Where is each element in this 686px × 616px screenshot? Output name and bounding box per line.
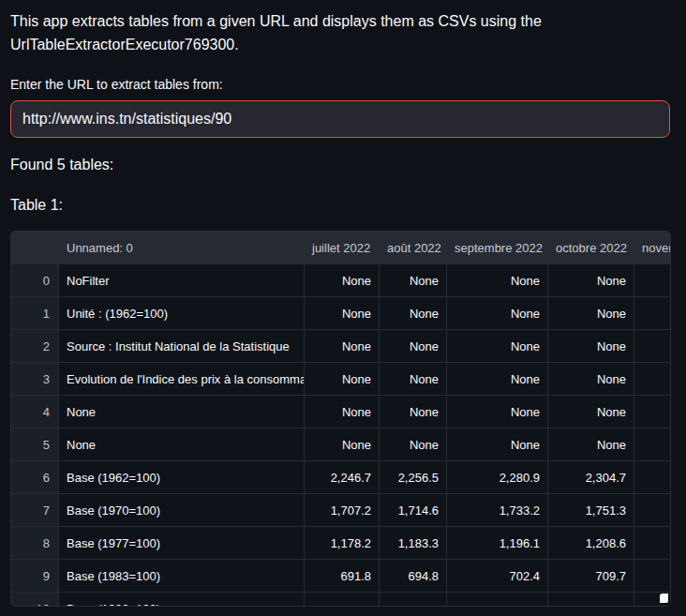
value-cell[interactable]: None	[548, 396, 634, 428]
table-row: 1Unité : (1962=100)NoneNoneNoneNone	[11, 297, 671, 330]
value-cell[interactable]: None	[305, 428, 380, 461]
value-cell[interactable]	[634, 363, 671, 396]
app-container: This app extracts tables from a given UR…	[0, 0, 686, 607]
index-cell[interactable]: 1	[11, 297, 59, 330]
value-cell[interactable]: None	[447, 330, 548, 363]
name-cell[interactable]: Base (1983=100)	[59, 560, 305, 593]
index-cell[interactable]: 7	[11, 494, 59, 527]
name-cell[interactable]: Base (1962=100)	[59, 461, 305, 494]
intro-text: This app extracts tables from a given UR…	[10, 9, 670, 56]
table-row: 0NoFilterNoneNoneNoneNone	[11, 264, 671, 297]
value-cell[interactable]	[634, 494, 671, 527]
name-cell[interactable]: None	[59, 428, 305, 461]
value-cell[interactable]	[634, 330, 671, 363]
value-cell[interactable]: 709.7	[548, 560, 634, 593]
resize-handle-icon[interactable]	[660, 593, 668, 603]
value-cell[interactable]: 691.8	[305, 560, 380, 593]
url-input-label: Enter the URL to extract tables from:	[10, 77, 670, 93]
value-cell[interactable]: 1,183.3	[380, 527, 447, 560]
index-cell[interactable]: 8	[11, 527, 59, 560]
url-input[interactable]	[10, 100, 670, 138]
value-cell[interactable]: 1,751.3	[548, 494, 634, 527]
name-cell[interactable]: Base (1977=100)	[59, 527, 305, 560]
index-cell[interactable]: 2	[11, 330, 59, 363]
value-cell[interactable]	[634, 297, 671, 330]
index-cell[interactable]: 9	[11, 560, 59, 593]
index-cell[interactable]: 10	[11, 593, 59, 607]
value-cell[interactable]: None	[447, 297, 548, 330]
value-cell[interactable]	[634, 527, 671, 560]
table-header: Unnamed: 0juillet 2022août 2022septembre…	[11, 232, 671, 264]
value-cell[interactable]: None	[305, 264, 380, 297]
name-cell[interactable]: Source : Institut National de la Statist…	[59, 330, 305, 363]
value-cell[interactable]: None	[548, 363, 634, 396]
value-cell[interactable]: None	[380, 264, 447, 297]
value-cell[interactable]: None	[548, 330, 634, 363]
name-cell[interactable]: None	[59, 396, 305, 428]
table-row: 6Base (1962=100)2,246.72,256.52,280.92,3…	[11, 461, 671, 494]
value-cell[interactable]: None	[380, 363, 447, 396]
value-cell[interactable]: None	[305, 363, 380, 396]
value-cell[interactable]: None	[380, 297, 447, 330]
value-cell[interactable]: 2,246.7	[305, 461, 380, 494]
value-cell[interactable]	[380, 593, 447, 607]
value-cell[interactable]: None	[447, 396, 548, 428]
value-cell[interactable]: 1,178.2	[305, 527, 380, 560]
table-row: 5NoneNoneNoneNoneNone	[11, 428, 671, 461]
index-header-cell[interactable]	[11, 232, 59, 264]
table-row: 8Base (1977=100)1,178.21,183.31,196.11,2…	[11, 527, 671, 560]
value-cell[interactable]: None	[305, 297, 380, 330]
value-cell[interactable]: 1,208.6	[548, 527, 634, 560]
value-cell[interactable]	[634, 461, 671, 494]
index-cell[interactable]: 3	[11, 363, 59, 396]
name-cell[interactable]: Base (1970=100)	[59, 494, 305, 527]
value-cell[interactable]	[634, 560, 671, 593]
column-header-cell[interactable]: Unnamed: 0	[59, 232, 305, 264]
value-cell[interactable]: None	[548, 297, 634, 330]
value-cell[interactable]: None	[447, 264, 548, 297]
column-header-cell[interactable]: juillet 2022	[305, 232, 380, 264]
value-cell[interactable]: 1,714.6	[380, 494, 447, 527]
value-cell[interactable]: None	[305, 330, 380, 363]
column-header-cell[interactable]: août 2022	[380, 232, 447, 264]
value-cell[interactable]: None	[380, 428, 447, 461]
value-cell[interactable]	[634, 264, 671, 297]
table-row: 7Base (1970=100)1,707.21,714.61,733.21,7…	[11, 494, 671, 527]
index-cell[interactable]: 5	[11, 428, 59, 461]
table-row: 9Base (1983=100)691.8694.8702.4709.7	[11, 560, 671, 593]
dataframe: Unnamed: 0juillet 2022août 2022septembre…	[10, 231, 671, 607]
value-cell[interactable]: None	[548, 264, 634, 297]
column-header-cell[interactable]: novembre 2022	[634, 232, 671, 264]
name-cell[interactable]: Evolution de l'Indice des prix à la cons…	[59, 363, 305, 396]
value-cell[interactable]: 2,304.7	[548, 461, 634, 494]
name-cell[interactable]: NoFilter	[59, 264, 305, 297]
header-row: Unnamed: 0juillet 2022août 2022septembre…	[11, 232, 671, 264]
value-cell[interactable]: 702.4	[447, 560, 548, 593]
value-cell[interactable]: None	[447, 363, 548, 396]
table-title: Table 1:	[10, 196, 670, 214]
value-cell[interactable]: None	[447, 428, 548, 461]
value-cell[interactable]	[634, 428, 671, 461]
value-cell[interactable]	[447, 593, 548, 607]
value-cell[interactable]: 1,707.2	[305, 494, 380, 527]
value-cell[interactable]	[634, 396, 671, 428]
value-cell[interactable]: None	[305, 396, 380, 428]
value-cell[interactable]: 2,256.5	[380, 461, 447, 494]
column-header-cell[interactable]: septembre 2022	[447, 232, 548, 264]
column-header-cell[interactable]: octobre 2022	[548, 232, 634, 264]
name-cell[interactable]: Base (1990=100)	[59, 593, 305, 607]
value-cell[interactable]: 694.8	[380, 560, 447, 593]
value-cell[interactable]: 2,280.9	[447, 461, 548, 494]
value-cell[interactable]: None	[380, 330, 447, 363]
value-cell[interactable]: 1,733.2	[447, 494, 548, 527]
value-cell[interactable]: None	[548, 428, 634, 461]
value-cell[interactable]: None	[380, 396, 447, 428]
data-table: Unnamed: 0juillet 2022août 2022septembre…	[11, 232, 671, 607]
index-cell[interactable]: 6	[11, 461, 59, 494]
index-cell[interactable]: 4	[11, 396, 59, 428]
index-cell[interactable]: 0	[11, 264, 59, 297]
value-cell[interactable]: 1,196.1	[447, 527, 548, 560]
value-cell[interactable]	[305, 593, 380, 607]
value-cell[interactable]	[548, 593, 634, 607]
name-cell[interactable]: Unité : (1962=100)	[59, 297, 305, 330]
